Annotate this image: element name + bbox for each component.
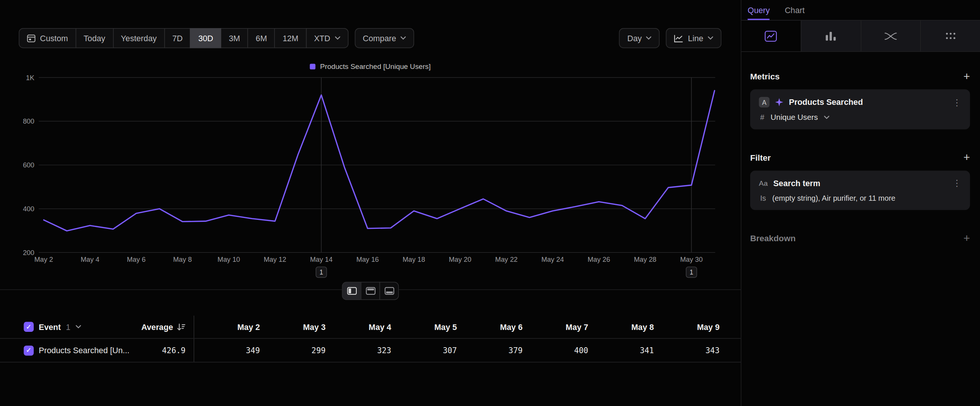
column-header-may-9[interactable]: May 9 (654, 322, 719, 331)
line-chart-tab-icon (765, 30, 777, 41)
filter-section-header: Filter + (750, 152, 970, 163)
table-cell-value: 379 (457, 346, 523, 355)
add-filter-button[interactable]: + (964, 152, 970, 163)
tab-query[interactable]: Query (748, 0, 770, 20)
filter-heading: Filter (750, 153, 771, 162)
column-header-may-7[interactable]: May 7 (523, 322, 588, 331)
breakdown-section-header: Breakdown + (750, 232, 970, 244)
table-cell-value: 349 (194, 346, 260, 355)
average-header-cell[interactable]: Average (131, 322, 194, 331)
chevron-down-icon[interactable] (75, 325, 81, 329)
sort-descending-icon[interactable] (177, 323, 185, 331)
aggregation-symbol: # (760, 113, 764, 122)
tab-chart[interactable]: Chart (784, 0, 805, 20)
event-sparkle-icon (775, 98, 783, 107)
tab-line-chart[interactable] (741, 21, 801, 51)
select-all-checkbox[interactable]: ✓ (24, 322, 34, 332)
x-tick-label: May 18 (403, 255, 425, 263)
row-checkbox[interactable]: ✓ (24, 345, 34, 355)
query-builder: Metrics + A Products Searched ⋮ # Unique… (741, 71, 980, 244)
x-tick-label: May 20 (449, 255, 471, 263)
insights-report: CustomTodayYesterday7D30D3M6M12MXTD Comp… (0, 0, 980, 406)
average-header-label: Average (141, 322, 173, 331)
tab-flows-chart[interactable] (860, 21, 920, 51)
metric-card[interactable]: A Products Searched ⋮ # Unique Users (750, 89, 970, 130)
series-line[interactable] (44, 91, 714, 231)
filter-card[interactable]: Aa Search term ⋮ Is (empty string), Air … (750, 171, 970, 210)
table-date-columns: May 2May 3May 4May 5May 6May 7May 8May 9 (194, 316, 741, 338)
table-row: ✓ Products Searched [Un... 426.9 3492993… (0, 338, 741, 363)
metrics-section-header: Metrics + (750, 71, 970, 82)
sidebar-tabs: Query Chart (741, 0, 980, 21)
tab-chart-label: Chart (784, 5, 805, 14)
x-tick-label: May 4 (81, 255, 99, 263)
layout-toggle-group (342, 282, 399, 300)
query-sidebar: Query Chart Metrics + A (741, 0, 980, 406)
range-30d-button[interactable]: 30D (190, 28, 221, 48)
add-breakdown-button[interactable]: + (964, 232, 970, 244)
x-tick-label: May 8 (173, 255, 192, 263)
filter-menu-button[interactable]: ⋮ (953, 178, 961, 188)
report-main-panel: CustomTodayYesterday7D30D3M6M12MXTD Comp… (0, 0, 741, 406)
column-header-may-2[interactable]: May 2 (194, 322, 260, 331)
table-cell-value: 307 (391, 346, 457, 355)
table-cell-value: 323 (326, 346, 391, 355)
average-value: 426.9 (162, 346, 186, 355)
column-header-may-5[interactable]: May 5 (391, 322, 457, 331)
column-header-may-4[interactable]: May 4 (326, 322, 391, 331)
flows-tab-icon (885, 31, 897, 41)
property-type-icon: Aa (759, 179, 767, 187)
x-tick-label: May 2 (35, 255, 53, 263)
filter-property-name[interactable]: Search term (773, 178, 947, 188)
svg-text:1: 1 (319, 269, 323, 276)
metric-name[interactable]: Products Searched (789, 97, 947, 107)
breakdown-heading: Breakdown (750, 233, 795, 243)
y-tick-label: 200 (23, 249, 35, 256)
event-count: 1 (66, 322, 70, 331)
aggregation-selector[interactable]: Unique Users (771, 113, 818, 122)
x-tick-label: May 30 (680, 255, 703, 263)
annotation-marker[interactable]: 1 (686, 267, 697, 277)
layout-top-button[interactable] (361, 282, 380, 300)
layout-top-icon (365, 287, 375, 295)
layout-split-button[interactable] (342, 282, 362, 300)
x-tick-label: May 12 (264, 255, 286, 263)
tab-bar-chart[interactable] (801, 21, 861, 51)
table-cell-value: 400 (523, 346, 588, 355)
column-header-may-8[interactable]: May 8 (588, 322, 654, 331)
x-tick-label: May 24 (541, 255, 564, 263)
x-tick-label: May 22 (495, 255, 518, 263)
table-cell-value: 343 (654, 346, 719, 355)
metric-letter-badge: A (759, 97, 769, 107)
bar-chart-tab-icon (825, 31, 836, 41)
table-row-values: 349299323307379400341343 (194, 339, 741, 362)
tab-metrics-grid[interactable] (920, 21, 980, 51)
event-header-cell: ✓ Event 1 (0, 322, 131, 332)
y-tick-label: 400 (23, 205, 35, 213)
x-tick-label: May 14 (310, 255, 332, 263)
metrics-heading: Metrics (750, 72, 780, 81)
add-metric-button[interactable]: + (964, 71, 970, 82)
y-tick-label: 1K (26, 74, 35, 82)
filter-operator[interactable]: Is (760, 194, 766, 202)
chart-type-tab-strip (741, 21, 980, 52)
annotation-marker[interactable]: 1 (316, 267, 326, 277)
column-header-may-3[interactable]: May 3 (260, 322, 325, 331)
table-header-row: ✓ Event 1 Average May 2May 3May 4May 5Ma… (0, 316, 741, 338)
column-header-may-6[interactable]: May 6 (457, 322, 523, 331)
x-tick-label: May 10 (218, 255, 240, 263)
svg-text:1: 1 (689, 269, 693, 276)
event-row-cell: ✓ Products Searched [Un... (0, 345, 131, 355)
chevron-down-icon[interactable] (824, 116, 830, 119)
breakdown-table: ✓ Event 1 Average May 2May 3May 4May 5Ma… (0, 316, 741, 363)
x-tick-label: May 16 (356, 255, 379, 263)
layout-bottom-button[interactable] (380, 282, 399, 300)
line-chart[interactable]: 2004006008001KMay 2May 4May 6May 8May 10… (0, 0, 741, 281)
x-tick-label: May 6 (127, 255, 146, 263)
filter-value[interactable]: (empty string), Air purifier, or 11 more (772, 194, 896, 202)
layout-bottom-icon (384, 287, 394, 295)
metric-menu-button[interactable]: ⋮ (953, 97, 961, 107)
y-tick-label: 600 (23, 161, 35, 169)
table-cell-value: 299 (260, 346, 325, 355)
metrics-grid-tab-icon (945, 31, 956, 41)
